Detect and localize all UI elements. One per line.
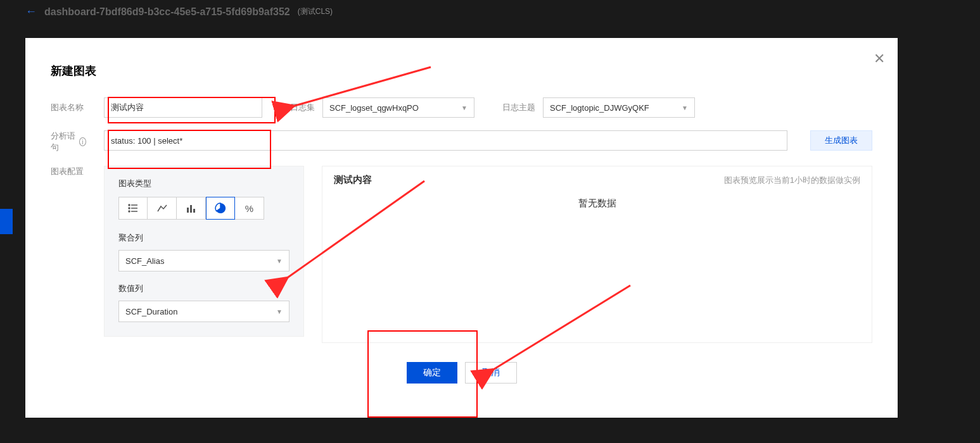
chart-preview-panel: 测试内容 图表预览展示当前1小时的数据做实例 暂无数据	[322, 166, 872, 343]
logset-group: 日志集 SCF_logset_qgwHxqPO ▼	[280, 97, 474, 118]
query-input[interactable]	[104, 130, 787, 151]
logtopic-value: SCF_logtopic_DJWGyQKF	[550, 103, 649, 113]
pie-chart-icon	[215, 203, 226, 214]
chevron-down-icon: ▼	[461, 104, 468, 111]
sidebar-active-indicator	[0, 209, 13, 234]
svg-point-4	[129, 211, 130, 212]
svg-rect-6	[187, 208, 189, 213]
chart-type-pie-button[interactable]	[206, 197, 235, 220]
dashboard-id: dashboard-7bdf86d9-b3cc-45e5-a715-5fd69b…	[44, 6, 290, 18]
svg-rect-8	[193, 209, 195, 213]
list-icon	[128, 204, 138, 213]
preview-title: 测试内容	[334, 174, 372, 186]
percent-icon: %	[245, 203, 253, 214]
chart-type-group: %	[118, 197, 290, 220]
preview-empty-state: 暂无数据	[334, 191, 860, 209]
modal-actions: 确定 取消	[51, 362, 872, 384]
row-config: 图表配置 图表类型 % 聚合列	[51, 166, 872, 343]
label-agg-column: 聚合列	[118, 232, 290, 244]
logset-value: SCF_logset_qgwHxqPO	[329, 103, 419, 113]
label-chart-config: 图表配置	[51, 166, 86, 177]
agg-column-value: SCF_Alias	[125, 256, 164, 266]
info-icon[interactable]: i	[79, 137, 86, 146]
svg-point-0	[129, 204, 130, 206]
chart-type-bar-button[interactable]	[177, 197, 206, 220]
label-logset: 日志集	[290, 102, 315, 113]
close-icon[interactable]: ✕	[874, 51, 885, 67]
row-chart-name: 图表名称 日志集 SCF_logset_qgwHxqPO ▼ 日志主题 SCF_…	[51, 97, 872, 118]
label-chart-name: 图表名称	[51, 102, 86, 113]
chart-name-input[interactable]	[104, 97, 262, 118]
logtopic-select[interactable]: SCF_logtopic_DJWGyQKF ▼	[543, 97, 695, 118]
row-query: 分析语句 i 生成图表	[51, 130, 872, 153]
chart-type-percent-button[interactable]: %	[235, 197, 264, 220]
generate-chart-button[interactable]: 生成图表	[810, 130, 872, 151]
page-header: ← dashboard-7bdf86d9-b3cc-45e5-a715-5fd6…	[0, 0, 980, 23]
svg-point-2	[129, 208, 130, 209]
agg-column-select[interactable]: SCF_Alias ▼	[118, 250, 290, 271]
bar-chart-icon	[186, 204, 196, 213]
preview-note: 图表预览展示当前1小时的数据做实例	[724, 175, 860, 186]
cancel-button[interactable]: 取消	[465, 362, 517, 384]
dashboard-subtitle: (测试CLS)	[298, 6, 333, 17]
logtopic-group: 日志主题 SCF_logtopic_DJWGyQKF ▼	[492, 97, 695, 118]
label-logtopic: 日志主题	[502, 102, 535, 113]
label-query: 分析语句 i	[51, 130, 86, 153]
modal-title: 新建图表	[51, 63, 872, 78]
value-column-value: SCF_Duration	[125, 307, 177, 316]
chevron-down-icon: ▼	[682, 104, 688, 111]
label-chart-type: 图表类型	[118, 178, 290, 189]
label-value-column: 数值列	[118, 283, 290, 294]
svg-rect-7	[190, 205, 192, 213]
chart-type-line-button[interactable]	[148, 197, 177, 220]
value-column-select[interactable]: SCF_Duration ▼	[118, 301, 290, 322]
chevron-down-icon: ▼	[276, 308, 283, 315]
line-chart-icon	[157, 204, 167, 213]
chart-type-list-button[interactable]	[118, 197, 148, 220]
logset-select[interactable]: SCF_logset_qgwHxqPO ▼	[322, 97, 474, 118]
create-chart-modal: ✕ 新建图表 图表名称 日志集 SCF_logset_qgwHxqPO ▼ 日志…	[25, 38, 898, 418]
chevron-down-icon: ▼	[276, 258, 283, 265]
back-arrow-icon[interactable]: ←	[25, 5, 37, 18]
chart-config-panel: 图表类型 % 聚合列 SCF_Alias	[104, 166, 304, 337]
ok-button[interactable]: 确定	[407, 362, 457, 384]
